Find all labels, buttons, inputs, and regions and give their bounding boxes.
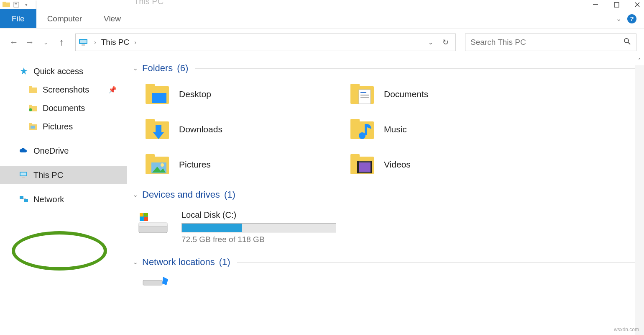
svg-rect-33 — [350, 84, 360, 88]
svg-rect-36 — [360, 95, 369, 95]
ribbon-expand-icon[interactable]: ⌄ — [616, 15, 621, 23]
drive-local-c[interactable]: Local Disk (C:) 72.5 GB free of 118 GB — [133, 204, 636, 254]
file-tab[interactable]: File — [0, 9, 36, 28]
svg-rect-40 — [156, 125, 161, 132]
search-input[interactable] — [470, 38, 624, 47]
folder-label: Downloads — [179, 124, 222, 134]
drive-icon — [136, 210, 171, 237]
netloc-item-partial[interactable] — [133, 272, 636, 289]
minimize-button[interactable] — [591, 0, 600, 9]
svg-rect-6 — [614, 3, 619, 7]
folder-label: Pictures — [179, 160, 211, 170]
drive-usage-fill — [182, 224, 242, 232]
qat-separator: │ — [33, 1, 40, 8]
svg-point-19 — [29, 108, 32, 111]
breadcrumb-sep-end[interactable]: › — [133, 39, 137, 46]
svg-rect-58 — [139, 223, 167, 226]
properties-icon[interactable] — [13, 1, 20, 8]
ribbon: File Computer View ⌄ ? — [0, 9, 644, 28]
address-bar[interactable]: › This PC › ⌄ ↻ — [75, 34, 456, 51]
close-button[interactable] — [633, 0, 641, 9]
svg-line-13 — [628, 42, 630, 44]
section-folders-header[interactable]: ⌄ Folders (6) — [133, 60, 636, 78]
tab-view[interactable]: View — [93, 9, 132, 28]
drive-free-text: 72.5 GB free of 118 GB — [181, 235, 336, 244]
chevron-down-icon[interactable]: ▾ — [23, 1, 30, 8]
address-history-dropdown[interactable]: ⌄ — [423, 34, 438, 51]
scrollbar[interactable]: ˄ — [635, 56, 644, 335]
star-icon — [19, 67, 28, 76]
folder-pictures[interactable]: Pictures — [145, 152, 350, 177]
folder-icon — [28, 85, 38, 94]
svg-rect-62 — [140, 217, 143, 221]
section-netloc-header[interactable]: ⌄ Network locations (1) — [133, 254, 636, 272]
sidebar-item-documents[interactable]: Documents — [0, 99, 127, 117]
up-button[interactable]: ↑ — [55, 36, 68, 49]
section-count: (1) — [224, 189, 235, 200]
forward-button[interactable]: → — [23, 36, 36, 49]
svg-rect-31 — [152, 93, 166, 103]
folder-downloads[interactable]: Downloads — [145, 117, 350, 142]
search-box[interactable] — [465, 34, 636, 51]
svg-rect-56 — [371, 161, 372, 173]
chevron-down-icon[interactable]: ⌄ — [133, 191, 138, 198]
section-drives-header[interactable]: ⌄ Devices and drives (1) — [133, 187, 636, 204]
sidebar-this-pc[interactable]: This PC — [0, 166, 127, 184]
search-icon[interactable] — [624, 38, 631, 47]
this-pc-icon — [19, 170, 28, 180]
section-rule — [237, 262, 636, 263]
scroll-up-icon[interactable]: ˄ — [635, 56, 644, 65]
chevron-down-icon[interactable]: ⌄ — [133, 259, 138, 265]
sidebar-onedrive[interactable]: OneDrive — [0, 142, 127, 160]
folder-label: Desktop — [179, 89, 211, 99]
maximize-button[interactable] — [612, 0, 621, 9]
sidebar-item-label: Network — [33, 195, 64, 204]
folder-music[interactable]: Music — [350, 117, 555, 142]
svg-rect-54 — [359, 162, 371, 172]
svg-rect-22 — [31, 126, 35, 129]
section-title: Network locations — [142, 257, 215, 268]
svg-rect-4 — [15, 5, 17, 5]
sidebar-item-pictures[interactable]: Pictures — [0, 117, 127, 136]
folder-label: Videos — [384, 160, 411, 170]
back-button[interactable]: ← — [8, 36, 20, 49]
folder-label: Music — [384, 124, 407, 134]
svg-rect-1 — [3, 2, 6, 3]
svg-rect-63 — [144, 217, 148, 221]
folder-documents[interactable]: Documents — [350, 82, 555, 106]
folder-desktop[interactable]: Desktop — [145, 82, 350, 106]
section-rule — [242, 195, 636, 195]
folder-icon — [350, 152, 376, 177]
this-pc-icon — [78, 38, 89, 46]
watermark: wsxdn.com — [614, 327, 639, 332]
svg-rect-26 — [20, 196, 23, 199]
annotation-highlight-ring — [12, 231, 107, 271]
svg-rect-55 — [357, 161, 359, 173]
help-icon[interactable]: ? — [627, 14, 636, 23]
folder-icon — [145, 117, 171, 142]
breadcrumb-location[interactable]: This PC — [101, 38, 130, 47]
content-pane: ˄ ⌄ Folders (6) Desktop Documents Downlo… — [127, 56, 644, 335]
svg-rect-64 — [143, 280, 162, 285]
drive-usage-bar — [181, 223, 336, 232]
folder-videos[interactable]: Videos — [350, 152, 555, 177]
recent-dropdown[interactable]: ⌄ — [39, 36, 52, 49]
window-buttons — [591, 0, 641, 9]
tab-computer[interactable]: Computer — [36, 9, 93, 28]
sidebar-item-screenshots[interactable]: Screenshots 📌 — [0, 80, 127, 99]
folder-icon — [350, 117, 376, 142]
folder-icon — [145, 152, 171, 177]
sidebar-item-label: Pictures — [43, 122, 73, 131]
sidebar-quick-access[interactable]: Quick access — [0, 62, 127, 80]
section-count: (6) — [177, 63, 188, 74]
refresh-button[interactable]: ↻ — [438, 34, 453, 51]
chevron-down-icon[interactable]: ⌄ — [133, 65, 138, 72]
svg-rect-21 — [29, 123, 32, 125]
svg-point-44 — [359, 132, 365, 139]
drive-name: Local Disk (C:) — [181, 210, 336, 220]
section-title: Folders — [142, 63, 173, 74]
sidebar-network[interactable]: Network — [0, 190, 127, 209]
folder-icon — [28, 103, 38, 113]
breadcrumb-sep[interactable]: › — [93, 39, 97, 46]
svg-rect-18 — [29, 105, 32, 107]
